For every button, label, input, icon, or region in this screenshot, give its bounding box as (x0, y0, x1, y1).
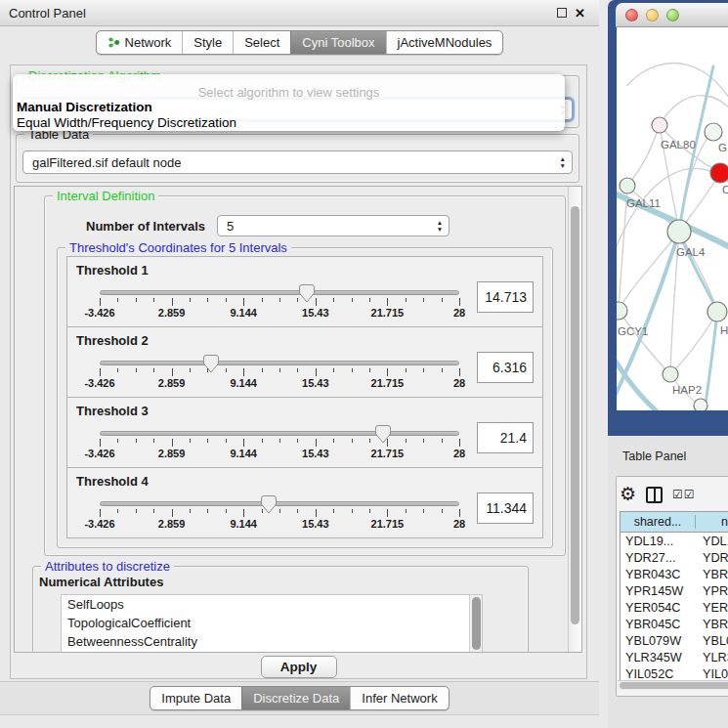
threshold-value-field[interactable]: 21.4 (477, 422, 534, 453)
network-node-label: GAL80 (661, 139, 696, 150)
split-columns-icon[interactable] (646, 487, 663, 503)
table-data-combobox[interactable]: galFiltered.sif default node ▲▼ (22, 150, 573, 174)
slider-ticks (100, 509, 459, 518)
table-row[interactable]: YDR27...YDR2 (621, 549, 728, 566)
network-canvas[interactable]: GAL80G.CGAL11GAL4GCY1HHAP2 (617, 27, 728, 410)
cell-shared-name[interactable]: YPR145W (621, 584, 696, 598)
attribute-list-item[interactable]: SelfLoops (62, 595, 482, 614)
group-title: Attributes to discretize (41, 559, 174, 574)
cell-shared-name[interactable]: YIL052C (621, 667, 696, 681)
cell-name[interactable]: YDL1 (696, 535, 728, 548)
scrollbar-thumb[interactable] (620, 682, 728, 689)
network-node[interactable] (620, 178, 635, 193)
column-header-name[interactable]: n (696, 515, 728, 529)
tick-label: 21.715 (371, 307, 405, 319)
table-row[interactable]: YBR045CYBR0 (621, 616, 728, 632)
minimize-traffic-light-icon[interactable] (646, 9, 659, 21)
slider-ticks (100, 439, 459, 448)
control-panel-tabbar: Network Style Select Cyni Toolbox jActiv… (0, 26, 599, 59)
cell-shared-name[interactable]: YBR045C (621, 618, 696, 631)
tab-discretize-data[interactable]: Discretize Data (241, 687, 350, 709)
tab-cyni-toolbox[interactable]: Cyni Toolbox (290, 31, 385, 54)
tab-select[interactable]: Select (233, 31, 290, 54)
tick-label: 15.43 (302, 518, 329, 530)
threshold-label: Threshold 4 (76, 474, 534, 489)
column-header-shared-name[interactable]: shared... (621, 515, 696, 529)
apply-button[interactable]: Apply (261, 656, 337, 678)
threshold-slider[interactable]: -3.4262.8599.14415.4321.71528 (92, 421, 467, 460)
tick-label: 28 (453, 377, 465, 389)
scrollbar-thumb[interactable] (571, 206, 579, 624)
close-icon[interactable]: ✕ (575, 7, 585, 20)
slider-track[interactable] (100, 361, 459, 365)
tab-style[interactable]: Style (182, 31, 233, 54)
network-node[interactable] (694, 399, 707, 410)
cell-shared-name[interactable]: YBL079W (621, 634, 696, 648)
node-attribute-table: shared... n YDL19...YDL1YDR27...YDR2YBR0… (620, 511, 728, 683)
tab-impute-data[interactable]: Impute Data (150, 687, 241, 709)
zoom-traffic-light-icon[interactable] (666, 9, 679, 21)
combo-stepper-icon: ▲▼ (437, 220, 443, 233)
table-row[interactable]: YDL19...YDL1 (621, 533, 728, 549)
table-row[interactable]: YLR345WYLR3 (621, 649, 728, 665)
attribute-list-item[interactable]: TopologicalCoefficient (62, 614, 482, 632)
threshold-value-field[interactable]: 11.344 (477, 492, 534, 524)
network-node[interactable] (617, 302, 627, 320)
tab-jactivemnodules[interactable]: jActiveMNodules (386, 31, 503, 54)
table-row[interactable]: YPR145WYPR1 (621, 582, 728, 599)
cell-shared-name[interactable]: YDL19... (621, 535, 696, 548)
cell-shared-name[interactable]: YDR27... (621, 551, 696, 565)
threshold-slider[interactable]: -3.4262.8599.14415.4321.71528 (92, 280, 467, 320)
dropdown-option-manual-discretization[interactable]: Manual Discretization (13, 100, 565, 115)
select-columns-icon[interactable]: ☑☑ (672, 489, 696, 500)
cell-name[interactable]: YBR0 (696, 568, 728, 581)
table-row[interactable]: YBL079WYBL0 (621, 632, 728, 649)
dropdown-option-equal-width-frequency[interactable]: Equal Width/Frequency Discretization (13, 115, 565, 131)
cell-name[interactable]: YLR3 (696, 651, 728, 664)
slider-tick-labels: -3.4262.8599.14415.4321.71528 (100, 518, 459, 531)
tab-network[interactable]: Network (97, 31, 183, 54)
attribute-list-item[interactable]: BetweennessCentrality (62, 632, 482, 651)
tab-infer-network[interactable]: Infer Network (350, 687, 448, 709)
threshold-value-field[interactable]: 14.713 (477, 281, 534, 313)
cell-name[interactable]: YDR2 (696, 551, 728, 565)
table-panel: Table Panel ⚙ ☑☑ shared... n YDL19...YDL… (608, 437, 728, 728)
slider-track[interactable] (100, 431, 459, 436)
number-of-intervals-combobox[interactable]: 5 ▲▼ (217, 215, 450, 236)
list-scrollbar[interactable] (469, 595, 482, 653)
cell-shared-name[interactable]: YBR043C (621, 568, 696, 581)
threshold-row: Threshold 2 -3.4262.8599.14415.4321.7152… (66, 326, 543, 398)
network-node[interactable] (667, 220, 691, 243)
slider-track[interactable] (100, 501, 459, 506)
cell-name[interactable]: YBL0 (696, 634, 728, 648)
cell-name[interactable]: YPR1 (696, 584, 728, 598)
cell-name[interactable]: YBR0 (696, 618, 728, 631)
tick-label: 9.144 (230, 307, 257, 319)
cell-name[interactable]: YER0 (696, 601, 728, 615)
cell-shared-name[interactable]: YLR345W (621, 651, 696, 664)
network-node[interactable] (707, 302, 727, 321)
threshold-slider[interactable]: -3.4262.8599.14415.4321.71528 (92, 492, 467, 531)
gear-icon[interactable]: ⚙ (620, 486, 636, 503)
group-title: Threshold's Coordinates for 5 Intervals (65, 240, 291, 255)
network-window-titlebar[interactable] (616, 3, 728, 27)
tick-label: 28 (453, 307, 465, 319)
threshold-value-field[interactable]: 6.316 (477, 352, 534, 383)
cell-name[interactable]: YIL0 (696, 667, 728, 681)
settings-scrollbar[interactable] (568, 187, 581, 652)
float-window-icon[interactable] (557, 8, 567, 18)
threshold-slider[interactable]: -3.4262.8599.14415.4321.71528 (92, 351, 467, 390)
network-node[interactable] (710, 163, 728, 183)
network-node[interactable] (663, 366, 678, 382)
table-row[interactable]: YBR043CYBR0 (621, 566, 728, 582)
network-node[interactable] (652, 117, 667, 133)
close-traffic-light-icon[interactable] (625, 9, 638, 21)
slider-track[interactable] (100, 290, 459, 295)
cell-shared-name[interactable]: YER054C (621, 601, 696, 615)
table-horizontal-scrollbar[interactable] (618, 680, 728, 690)
tick-label: 15.43 (302, 307, 329, 319)
scrollbar-thumb[interactable] (472, 597, 481, 650)
network-node[interactable] (705, 123, 722, 141)
table-row[interactable]: YER054CYER0 (621, 599, 728, 616)
combo-stepper-icon: ▲▼ (560, 156, 566, 169)
